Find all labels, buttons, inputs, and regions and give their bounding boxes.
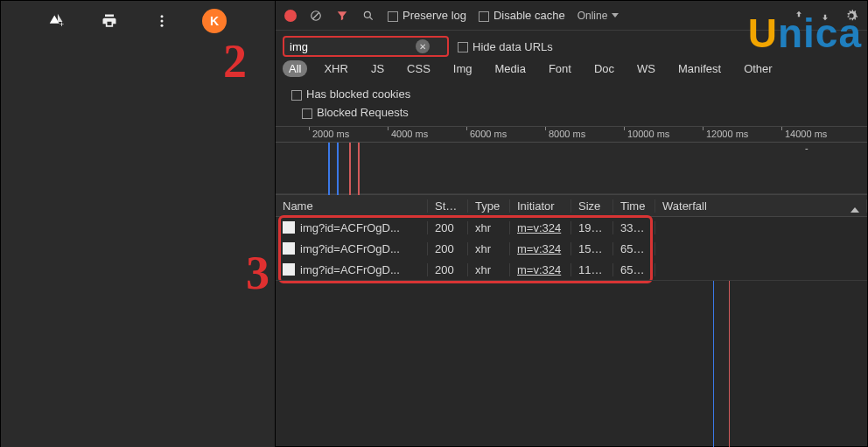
table-row[interactable]: img?id=ACFrOgD... 200 xhr m=v:324 191...…	[276, 217, 867, 238]
filter-icon[interactable]	[335, 9, 349, 23]
row-name: img?id=ACFrOgD...	[300, 221, 400, 234]
dcl-line-icon	[713, 281, 714, 447]
overview-timeline[interactable]: 2000 ms 4000 ms 6000 ms 8000 ms 10000 ms…	[276, 126, 867, 194]
grid-empty-area	[276, 280, 867, 447]
row-status: 200	[428, 221, 468, 234]
row-status: 200	[428, 242, 468, 255]
row-type: xhr	[468, 263, 510, 276]
resource-thumb-icon	[283, 242, 295, 255]
row-initiator[interactable]: m=v:324	[517, 221, 561, 234]
svg-point-2	[161, 20, 164, 23]
type-media[interactable]: Media	[488, 60, 531, 77]
table-row[interactable]: img?id=ACFrOgD... 200 xhr m=v:324 154...…	[276, 238, 867, 259]
type-xhr[interactable]: XHR	[318, 60, 354, 77]
type-ws[interactable]: WS	[631, 60, 662, 77]
svg-point-5	[364, 11, 370, 17]
row-name: img?id=ACFrOgD...	[300, 242, 400, 255]
print-icon[interactable]	[97, 9, 122, 33]
svg-text:+: +	[60, 20, 64, 29]
search-icon[interactable]	[361, 9, 375, 23]
load-line-icon	[729, 281, 730, 447]
type-filter-row: All XHR JS CSS Img Media Font Doc WS Man…	[276, 60, 867, 106]
clear-filter-icon[interactable]: ✕	[416, 39, 430, 53]
type-img[interactable]: Img	[447, 60, 479, 77]
tick-label: 14000 ms	[785, 129, 827, 139]
svg-point-1	[161, 15, 164, 17]
svg-point-3	[161, 24, 164, 27]
row-size: 118...	[571, 263, 613, 276]
col-time[interactable]: Time	[613, 199, 655, 213]
row-time: 650...	[613, 263, 655, 276]
timeline-ruler: 2000 ms 4000 ms 6000 ms 8000 ms 10000 ms…	[276, 127, 867, 143]
upload-icon[interactable]	[792, 9, 806, 23]
col-waterfall[interactable]: Waterfall	[655, 199, 867, 213]
filter-row: ✕ Hide data URLs	[276, 31, 867, 60]
app-toolbar: + K	[1, 1, 275, 36]
blocked-requests-row: Blocked Requests	[276, 106, 867, 126]
table-row[interactable]: img?id=ACFrOgD... 200 xhr m=v:324 118...…	[276, 259, 867, 280]
blocked-requests-label: Blocked Requests	[317, 106, 409, 119]
record-icon[interactable]	[284, 10, 297, 22]
more-vert-icon[interactable]	[150, 9, 174, 33]
blocked-requests-checkbox[interactable]: Blocked Requests	[302, 106, 409, 119]
chevron-down-icon	[612, 13, 619, 17]
row-time: 331...	[613, 221, 655, 234]
disable-cache-label: Disable cache	[494, 9, 565, 22]
throttling-value: Online	[578, 10, 608, 22]
type-font[interactable]: Font	[542, 60, 578, 77]
type-js[interactable]: JS	[365, 60, 390, 77]
rows-area: img?id=ACFrOgD... 200 xhr m=v:324 191...…	[276, 217, 867, 280]
load-marker-icon	[358, 143, 360, 195]
type-css[interactable]: CSS	[401, 60, 437, 77]
resource-thumb-icon	[283, 221, 295, 234]
preserve-log-label: Preserve log	[402, 9, 466, 22]
grid-header: Name Stat... Type Initiator Size Time Wa…	[276, 194, 867, 217]
tick-label: 8000 ms	[549, 129, 585, 139]
sort-asc-icon	[850, 207, 859, 213]
row-time: 650...	[613, 242, 655, 255]
col-status[interactable]: Stat...	[428, 199, 468, 213]
annotation-step-3: 3	[246, 246, 270, 300]
tick-label: 6000 ms	[470, 129, 507, 139]
row-initiator[interactable]: m=v:324	[517, 263, 561, 276]
load-marker-icon	[349, 143, 351, 195]
type-manifest[interactable]: Manifest	[672, 60, 727, 77]
devtools-panel: Preserve log Disable cache Online ✕ Hide…	[275, 1, 867, 446]
clear-icon[interactable]	[309, 9, 323, 23]
preserve-log-checkbox[interactable]: Preserve log	[388, 9, 466, 22]
type-doc[interactable]: Doc	[588, 60, 620, 77]
has-blocked-cookies-label: Has blocked cookies	[306, 87, 410, 101]
has-blocked-cookies-checkbox[interactable]: Has blocked cookies	[291, 87, 410, 101]
col-size[interactable]: Size	[571, 199, 613, 213]
drive-add-icon[interactable]: +	[45, 9, 69, 33]
filter-input-wrap: ✕	[283, 36, 449, 57]
row-status: 200	[428, 263, 468, 276]
type-all[interactable]: All	[283, 60, 307, 77]
settings-icon[interactable]	[844, 9, 858, 23]
type-other[interactable]: Other	[738, 60, 779, 77]
avatar[interactable]: K	[202, 9, 227, 33]
row-initiator[interactable]: m=v:324	[517, 242, 561, 255]
col-initiator[interactable]: Initiator	[510, 199, 571, 213]
row-size: 191...	[571, 221, 613, 234]
row-name: img?id=ACFrOgD...	[300, 263, 400, 276]
network-toolbar: Preserve log Disable cache Online	[276, 1, 867, 31]
row-type: xhr	[468, 242, 510, 255]
resource-thumb-icon	[283, 263, 295, 276]
tick-label: 4000 ms	[391, 129, 428, 139]
avatar-letter: K	[210, 14, 219, 28]
tick-label: 12000 ms	[706, 129, 748, 139]
hide-data-urls-label: Hide data URLs	[472, 40, 553, 53]
dcl-marker-icon	[328, 143, 330, 195]
throttling-select[interactable]: Online	[578, 10, 620, 22]
hide-data-urls-checkbox[interactable]: Hide data URLs	[458, 40, 553, 53]
timeline-body	[276, 143, 867, 195]
filter-input[interactable]	[284, 40, 416, 53]
disable-cache-checkbox[interactable]: Disable cache	[479, 9, 565, 22]
download-icon[interactable]	[818, 9, 832, 23]
row-size: 154...	[571, 242, 613, 255]
col-name[interactable]: Name	[276, 199, 428, 213]
tick-label: 2000 ms	[312, 129, 349, 139]
tick-label: 10000 ms	[627, 129, 669, 139]
col-type[interactable]: Type	[468, 199, 510, 213]
